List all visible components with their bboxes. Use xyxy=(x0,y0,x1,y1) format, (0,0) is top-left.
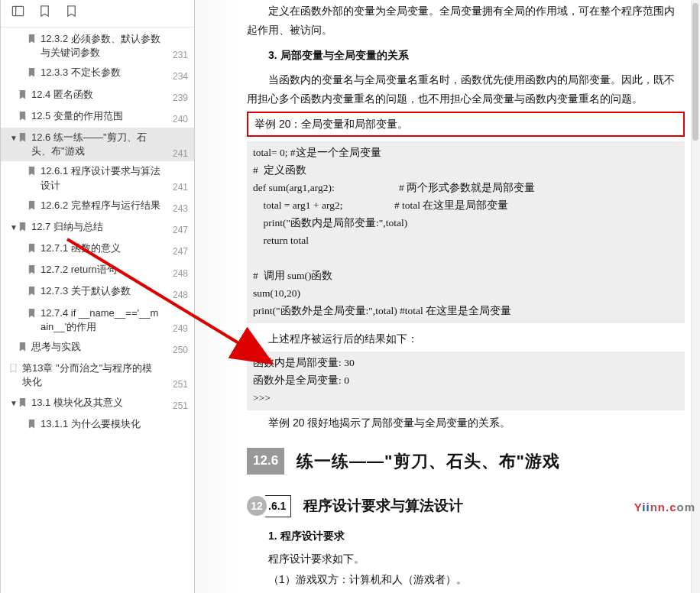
example-callout: 举例 20：全局变量和局部变量。 xyxy=(247,112,685,137)
list-item: （1）游戏双方：计算机和人（游戏者）。 xyxy=(247,570,685,589)
sub-heading: 3. 局部变量与全局变量的关系 xyxy=(247,46,685,65)
toc-page-number: 247 xyxy=(173,245,188,258)
toc-item[interactable]: ▶12.7.1 函数的意义247 xyxy=(1,238,194,260)
toc-page-number: 241 xyxy=(173,147,188,160)
toc-item[interactable]: ▶12.3.2 必须参数、默认参数与关键词参数231 xyxy=(1,29,194,63)
bookmark-marker-icon xyxy=(10,363,19,377)
toc-label: 12.3.2 必须参数、默认参数与关键词参数 xyxy=(41,32,191,60)
paragraph: 当函数内的变量名与全局变量名重名时，函数优先使用函数内的局部变量。因此，既不用担… xyxy=(247,70,685,109)
bookmark-marker-icon xyxy=(28,286,37,300)
bookmark-marker-icon xyxy=(19,342,28,355)
section-title: 练一练——"剪刀、石头、布"游戏 xyxy=(297,446,560,477)
bookmark-marker-icon xyxy=(28,67,37,81)
toc-label: 第13章 "分而治之"与程序的模块化 xyxy=(22,361,191,389)
bookmark-marker-icon xyxy=(28,308,37,322)
toc-item[interactable]: ▶12.4 匿名函数239 xyxy=(1,85,194,106)
toc-label: 12.7.4 if __name__=='__main__'的作用 xyxy=(41,306,191,334)
toc-page-number: 241 xyxy=(173,181,188,194)
toc-item[interactable]: ▼13.1 模块化及其意义251 xyxy=(1,393,194,414)
caret-icon[interactable]: ▼ xyxy=(10,222,18,233)
toc-label: 12.6 练一练——"剪刀、石头、布"游戏 xyxy=(31,131,191,158)
toc-label: 12.6.2 完整程序与运行结果 xyxy=(41,199,191,212)
svg-rect-0 xyxy=(12,6,23,15)
toc-label: 12.7 归纳与总结 xyxy=(31,220,191,234)
toc-label: 13.1 模块化及其意义 xyxy=(31,396,191,410)
output-block: 函数内是局部变量: 30 函数外是全局变量: 0 >>> xyxy=(247,352,685,410)
toc-label: 12.7.1 函数的意义 xyxy=(41,241,191,255)
bookmark-marker-icon xyxy=(28,419,37,433)
toc-page-number: 251 xyxy=(173,378,188,391)
toc-page-number: 239 xyxy=(173,92,188,105)
toc-page-number: 250 xyxy=(173,344,188,357)
toc-page-number: 251 xyxy=(173,400,188,413)
toc-item[interactable]: ▶第13章 "分而治之"与程序的模块化251 xyxy=(1,358,194,392)
requirement-heading: 1. 程序设计要求 xyxy=(247,527,685,546)
bookmark-icon[interactable] xyxy=(38,5,51,21)
bookmark-marker-icon xyxy=(28,34,37,47)
page-content: 定义在函数外部的变量为全局变量。全局变量拥有全局的作用域，可在整个程序范围内起作… xyxy=(195,0,700,593)
toc-item[interactable]: ▶思考与实践250 xyxy=(1,337,194,358)
toc-item[interactable]: ▶12.6.1 程序设计要求与算法设计241 xyxy=(1,161,194,195)
toc-label: 12.5 变量的作用范围 xyxy=(31,109,191,123)
bookmark-marker-icon xyxy=(28,200,37,214)
paragraph: 程序设计要求如下。 xyxy=(247,549,685,569)
toc-item[interactable]: ▶12.7.2 return语句248 xyxy=(1,260,194,281)
paragraph: 举例 20 很好地揭示了局部变量与全局变量的关系。 xyxy=(247,413,685,433)
sidebar-toolbar xyxy=(1,0,194,28)
caret-icon[interactable]: ▼ xyxy=(10,398,18,409)
toc-label: 13.1.1 为什么要模块化 xyxy=(41,417,191,431)
subsection-title: 程序设计要求与算法设计 xyxy=(303,493,463,519)
toc-label: 12.7.3 关于默认参数 xyxy=(41,284,191,298)
toc-label: 12.4 匿名函数 xyxy=(31,88,191,102)
toc-item[interactable]: ▶12.3.3 不定长参数234 xyxy=(1,63,194,84)
toc-item[interactable]: ▶13.1.1 为什么要模块化 xyxy=(1,414,194,436)
bookmark-marker-icon xyxy=(19,89,28,103)
bookmark-marker-icon xyxy=(19,111,28,125)
toc-page-number: 247 xyxy=(173,224,188,237)
toc-item[interactable]: ▶12.7.3 关于默认参数248 xyxy=(1,281,194,303)
section-heading-row: 12.6 练一练——"剪刀、石头、布"游戏 xyxy=(247,446,685,477)
toc-item[interactable]: ▼12.7 归纳与总结247 xyxy=(1,217,194,238)
subsection-number: 12 .6.1 xyxy=(247,495,291,517)
toc-page-number: 249 xyxy=(173,322,188,335)
toc-item[interactable]: ▶12.6.2 完整程序与运行结果243 xyxy=(1,196,194,217)
toc-page-number: 248 xyxy=(173,267,188,280)
toc-page-number: 243 xyxy=(173,203,188,215)
caret-icon[interactable]: ▼ xyxy=(10,133,18,144)
toc-label: 12.7.2 return语句 xyxy=(41,263,191,277)
bookmark-marker-icon xyxy=(28,264,37,278)
toc-item[interactable]: ▶12.5 变量的作用范围240 xyxy=(1,106,194,128)
toc-page-number: 231 xyxy=(173,49,188,62)
section-number: 12.6 xyxy=(247,448,284,475)
code-block: total= 0; #这是一个全局变量 # 定义函数 def sum(arg1,… xyxy=(247,141,685,322)
toc-sidebar: ▶12.3.2 必须参数、默认参数与关键词参数231▶12.3.3 不定长参数2… xyxy=(0,0,195,593)
toc-item[interactable]: ▼12.6 练一练——"剪刀、石头、布"游戏241 xyxy=(1,128,194,161)
toc-item[interactable]: ▶12.7.4 if __name__=='__main__'的作用249 xyxy=(1,303,194,337)
toc-page-number: 234 xyxy=(173,70,188,83)
bookmark-marker-icon xyxy=(19,222,28,235)
bookmark-marker-icon xyxy=(28,243,37,257)
paragraph: 上述程序被运行后的结果如下： xyxy=(247,329,685,348)
toc-tree[interactable]: ▶12.3.2 必须参数、默认参数与关键词参数231▶12.3.3 不定长参数2… xyxy=(1,28,194,593)
bookmark-outline-icon[interactable] xyxy=(65,5,78,21)
toc-page-number: 240 xyxy=(173,113,188,126)
bookmark-marker-icon xyxy=(19,132,28,146)
toc-label: 12.6.1 程序设计要求与算法设计 xyxy=(41,164,191,192)
bookmark-marker-icon xyxy=(28,166,37,180)
subsection-heading-row: 12 .6.1 程序设计要求与算法设计 xyxy=(247,493,685,519)
panel-icon[interactable] xyxy=(11,5,24,21)
paragraph: 定义在函数外部的变量为全局变量。全局变量拥有全局的作用域，可在整个程序范围内起作… xyxy=(247,2,685,40)
toc-page-number: 248 xyxy=(173,289,188,302)
toc-label: 12.3.3 不定长参数 xyxy=(41,66,191,79)
toc-label: 思考与实践 xyxy=(31,340,191,354)
bookmark-marker-icon xyxy=(19,397,28,411)
